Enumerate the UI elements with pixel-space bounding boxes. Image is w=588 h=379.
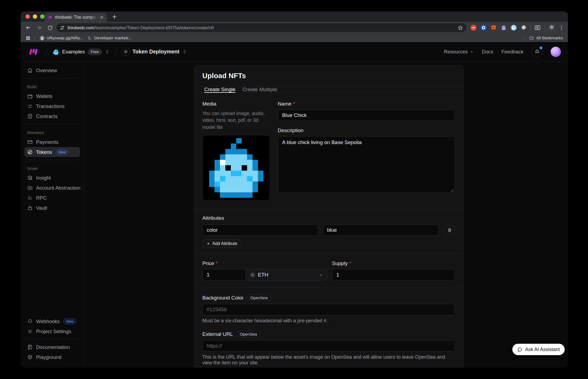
bookmark-star-icon[interactable] [458,25,463,31]
main-content: Upload NFTs Create Single Create Multipl… [84,62,568,368]
close-window-button[interactable] [25,14,30,19]
bookmark-item[interactable]: Developer marketi... [87,36,132,40]
extension-target-icon[interactable] [480,24,487,31]
breadcrumb-separator [114,48,117,55]
sidebar-label: Payments [36,139,58,145]
ask-ai-assistant-button[interactable]: Ask AI Assistant [512,344,565,355]
add-attribute-label: Add Attribute [212,241,237,246]
chrome-profile-avatar[interactable] [548,24,555,31]
sidebar-item-transactions[interactable]: Transactions [24,101,80,111]
all-bookmarks-label: All Bookmarks [536,36,563,40]
external-url-label: External URL OpenSea [202,331,455,337]
extension-fox-icon[interactable] [490,24,497,31]
background-color-input[interactable] [202,304,455,315]
external-url-input[interactable] [202,340,455,352]
sidebar-label: Contracts [36,113,57,119]
coin-icon [27,149,33,155]
background-color-helper: Must be a six-character hexadecimal with… [202,318,455,324]
delete-attribute-button[interactable] [444,225,455,236]
sidebar-item-webhooks[interactable]: Webhooks New [24,316,80,326]
sidebar-label: Insight [36,175,51,181]
project-icon [122,48,130,56]
chevron-down-icon [319,273,323,277]
notifications-button[interactable] [532,46,542,57]
sidebar-item-rpc[interactable]: RPC [24,193,80,203]
add-attribute-button[interactable]: Add Attribute [202,239,241,248]
sidebar-item-wallets[interactable]: Wallets [24,91,80,101]
sidebar-item-project-settings[interactable]: Project Settings [24,326,80,336]
user-avatar[interactable] [551,47,561,57]
sidebar-section-build: Build [27,84,77,89]
folder-box-icon [27,185,33,191]
required-asterisk: * [293,101,295,107]
reload-button[interactable] [46,23,54,32]
tab-search-icon[interactable] [534,24,541,31]
minimize-window-button[interactable] [33,14,37,19]
description-input[interactable]: A blue chick living on Base Sepolia [278,136,455,193]
chevrons-up-down-icon[interactable] [182,49,187,54]
breadcrumb-team[interactable]: Examples Free [52,48,110,55]
zoom-window-button[interactable] [40,14,44,19]
thirdweb-logo[interactable] [28,48,40,56]
extensions-puzzle-icon[interactable] [520,24,527,31]
sidebar-item-insight[interactable]: Insight [24,173,80,183]
external-url-helper: This is the URL that will appear below t… [202,354,455,366]
tab-strip: thirdweb: The complete web3 [21,11,568,22]
tab-create-single[interactable]: Create Single [204,87,235,93]
home-icon [27,68,33,73]
attribute-key-input[interactable] [202,224,318,236]
chevrons-up-down-icon[interactable] [105,49,110,54]
resources-menu[interactable]: Resources [444,49,474,55]
resize-grip-icon[interactable] [450,189,454,192]
price-label: Price* [202,260,327,266]
new-tab-button[interactable] [111,14,118,20]
chrome-menu-icon[interactable] [559,24,564,31]
divider [544,25,545,30]
name-input[interactable] [278,110,455,121]
extension-clock-icon[interactable] [510,24,517,31]
sidebar-item-vault[interactable]: Vault [24,203,80,213]
browser-toolbar: thirdweb.com/team/examples/Token-Deploym… [21,22,568,34]
price-input[interactable]: 1 [203,269,246,280]
attribute-value-input[interactable] [323,224,439,236]
media-section: Media You can upload image, audio, video… [194,93,463,209]
upload-nfts-card: Upload NFTs Create Single Create Multipl… [194,65,464,368]
close-tab-icon[interactable] [99,15,104,20]
github-icon [40,36,45,41]
all-bookmarks-button[interactable]: All Bookmarks [529,36,563,40]
site-settings-icon[interactable] [60,25,65,30]
divider [35,35,35,41]
sidebar-item-overview[interactable]: Overview [24,65,80,75]
feedback-link[interactable]: Feedback [501,49,523,55]
back-button[interactable] [24,23,33,32]
sidebar-label: Wallets [36,93,52,99]
opensea-section: Background Color OpenSea Must be a six-c… [194,287,463,368]
breadcrumb-project[interactable]: Token Deployment [122,48,187,56]
sidebar-item-documentation[interactable]: Documentation [24,342,80,352]
sidebar-item-contracts[interactable]: Contracts [24,111,80,121]
sidebar-item-account-abstraction[interactable]: Account Abstraction [24,183,80,193]
bell-icon [535,49,540,54]
breadcrumb-separator [45,48,47,55]
thirdweb-favicon [48,15,53,20]
team-name: Examples [62,49,85,55]
tab-create-multiple[interactable]: Create Multiple [242,87,277,93]
browser-tab[interactable]: thirdweb: The complete web3 [44,13,107,22]
media-preview[interactable] [202,135,270,201]
forward-button[interactable] [35,23,43,32]
extension-red-icon[interactable] [470,24,477,31]
bookmark-label: Developer marketi... [94,36,132,40]
apps-grid-icon[interactable] [25,36,31,41]
bookmark-item[interactable]: niftyswap.gg/Nifty... [40,36,83,41]
book-icon [27,344,33,350]
credit-card-icon [27,139,33,145]
sidebar-item-playground[interactable]: Playground [24,352,80,362]
trash-icon [447,228,452,233]
supply-input[interactable] [332,269,455,281]
sidebar-item-payments[interactable]: Payments [24,137,80,147]
address-bar[interactable]: thirdweb.com/team/examples/Token-Deploym… [56,23,466,32]
currency-select[interactable]: ETH [246,269,327,280]
docs-link[interactable]: Docs [482,49,493,55]
extension-phantom-icon[interactable] [500,24,507,31]
sidebar-item-tokens[interactable]: Tokens New [24,147,80,157]
